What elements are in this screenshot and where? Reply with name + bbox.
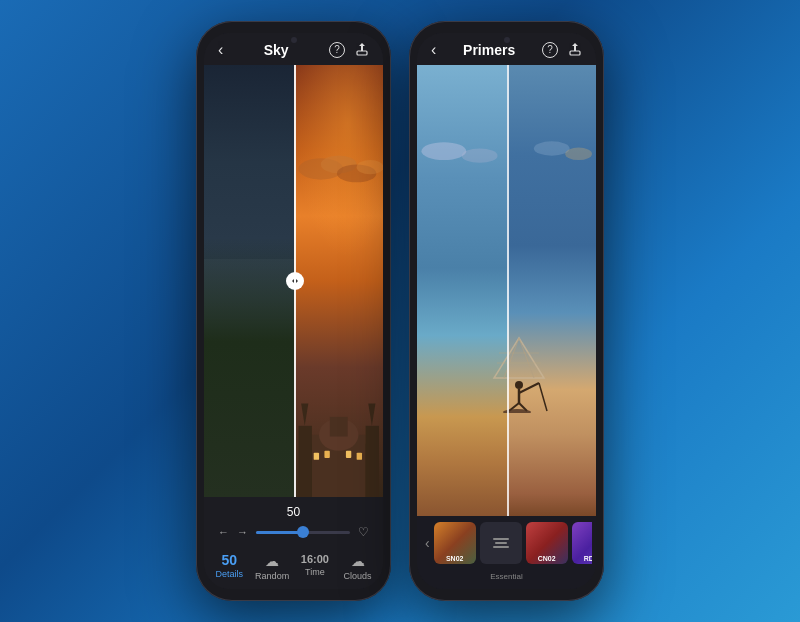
filter-strip: ‹ SN02 xyxy=(421,516,592,570)
filter-item-eq[interactable] xyxy=(480,522,522,564)
svg-point-36 xyxy=(462,148,498,162)
essential-section-label: Essential xyxy=(421,570,592,585)
primers-header-icons: ? xyxy=(542,42,582,59)
sky-header-icons: ? xyxy=(329,42,369,59)
primers-photo-area xyxy=(417,65,596,516)
slider-row: ← → ♡ xyxy=(218,525,369,539)
svg-marker-26 xyxy=(301,403,308,425)
svg-rect-25 xyxy=(365,425,378,497)
svg-point-37 xyxy=(533,141,569,155)
clouds-label: Clouds xyxy=(344,571,372,581)
svg-rect-12 xyxy=(267,452,272,459)
svg-marker-8 xyxy=(278,403,285,425)
svg-rect-31 xyxy=(356,452,361,459)
random-icon: ☁ xyxy=(265,553,279,569)
tab-time[interactable]: 16:00 Time xyxy=(294,553,337,577)
details-number: 50 xyxy=(222,553,238,567)
fisherman-figure xyxy=(489,333,549,417)
svg-rect-30 xyxy=(345,450,350,457)
primers-help-icon[interactable]: ? xyxy=(542,42,558,58)
svg-point-44 xyxy=(515,381,523,389)
filter-section: ‹ SN02 xyxy=(417,516,596,589)
filter-back-arrow[interactable]: ‹ xyxy=(425,535,430,551)
berlin-right-panel xyxy=(294,65,384,497)
svg-rect-6 xyxy=(276,425,289,497)
sky-help-icon[interactable]: ? xyxy=(329,42,345,58)
svg-point-19 xyxy=(356,160,383,174)
sn02-label: SN02 xyxy=(434,555,476,562)
sky-slider-area: 50 ← → ♡ xyxy=(204,497,383,547)
filter-thumb-eq xyxy=(480,522,522,564)
equalizer-icon xyxy=(487,530,515,556)
filter-item-sn02[interactable]: SN02 xyxy=(434,522,476,564)
svg-marker-27 xyxy=(368,403,375,425)
phone-primers: ‹ Primers ? xyxy=(409,21,604,601)
svg-rect-23 xyxy=(329,416,347,436)
random-label: Random xyxy=(255,571,289,581)
primers-header: ‹ Primers ? xyxy=(417,33,596,65)
svg-rect-2 xyxy=(222,434,276,497)
svg-rect-10 xyxy=(234,450,239,457)
primers-title: Primers xyxy=(463,42,515,58)
tab-random[interactable]: ☁ Random xyxy=(251,553,294,581)
primers-share-icon[interactable] xyxy=(568,42,582,59)
svg-rect-1 xyxy=(213,443,285,497)
svg-rect-5 xyxy=(208,425,221,497)
details-label: Details xyxy=(216,569,244,579)
rd03-label: RD03 xyxy=(572,555,592,562)
phone-sky-screen: ‹ Sky ? xyxy=(204,33,383,589)
filter-item-cn02[interactable]: CN02 xyxy=(526,522,568,564)
filter-thumb-cn02: CN02 xyxy=(526,522,568,564)
clouds-icon: ☁ xyxy=(351,553,365,569)
slider-thumb[interactable] xyxy=(297,526,309,538)
filter-item-rd03[interactable]: RD03 xyxy=(572,522,592,564)
slider-value-label: 50 xyxy=(218,505,369,519)
slider-track[interactable] xyxy=(256,531,350,534)
phone-primers-screen: ‹ Primers ? xyxy=(417,33,596,589)
svg-point-38 xyxy=(565,147,592,160)
svg-rect-28 xyxy=(313,452,318,459)
tab-details[interactable]: 50 Details xyxy=(208,553,251,579)
tab-clouds[interactable]: ☁ Clouds xyxy=(336,553,379,581)
svg-marker-33 xyxy=(296,279,298,283)
svg-rect-4 xyxy=(240,416,258,436)
svg-rect-11 xyxy=(256,450,261,457)
slider-left-arrow[interactable]: ← xyxy=(218,526,229,538)
svg-marker-7 xyxy=(211,403,218,425)
fishing-right xyxy=(507,65,597,516)
split-handle[interactable] xyxy=(286,272,304,290)
filter-thumb-rd03: RD03 xyxy=(572,522,592,564)
fishing-left xyxy=(417,65,507,516)
svg-rect-24 xyxy=(298,425,311,497)
svg-line-47 xyxy=(539,383,547,411)
time-icon: 16:00 xyxy=(301,553,329,565)
phones-container: ‹ Sky ? xyxy=(196,21,604,601)
sky-photo-area xyxy=(204,65,383,497)
sky-back-button[interactable]: ‹ xyxy=(218,41,223,59)
svg-point-15 xyxy=(271,415,289,433)
slider-right-arrow[interactable]: → xyxy=(237,526,248,538)
slider-fill xyxy=(256,531,303,534)
svg-point-14 xyxy=(204,413,224,434)
phone-sky: ‹ Sky ? xyxy=(196,21,391,601)
time-label: Time xyxy=(305,567,325,577)
heart-icon[interactable]: ♡ xyxy=(358,525,369,539)
cn02-label: CN02 xyxy=(526,555,568,562)
svg-marker-39 xyxy=(494,338,544,378)
svg-rect-29 xyxy=(324,450,329,457)
primers-split-divider[interactable] xyxy=(507,65,509,516)
split-divider[interactable] xyxy=(294,65,296,497)
svg-rect-0 xyxy=(357,51,367,55)
primers-back-button[interactable]: ‹ xyxy=(431,41,436,59)
svg-point-35 xyxy=(421,142,466,160)
svg-marker-32 xyxy=(292,279,294,283)
sky-title: Sky xyxy=(264,42,289,58)
svg-point-3 xyxy=(229,418,268,450)
berlin-left-panel xyxy=(204,65,294,497)
svg-rect-9 xyxy=(224,452,229,459)
sky-header: ‹ Sky ? xyxy=(204,33,383,65)
filter-thumb-sn02: SN02 xyxy=(434,522,476,564)
sky-share-icon[interactable] xyxy=(355,42,369,59)
svg-rect-13 xyxy=(204,484,294,497)
sky-bottom-tabs: 50 Details ☁ Random 16:00 Time ☁ Clouds xyxy=(204,547,383,589)
